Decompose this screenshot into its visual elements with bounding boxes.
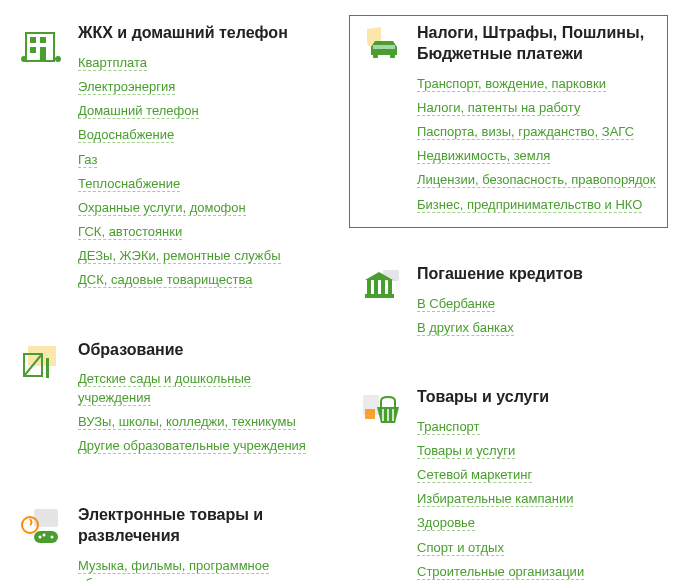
svg-rect-1 (30, 37, 36, 43)
link-passports[interactable]: Паспорта, визы, гражданство, ЗАГС (417, 124, 634, 140)
link-gas[interactable]: Газ (78, 152, 97, 168)
svg-rect-2 (40, 37, 46, 43)
right-column: Налоги, Штрафы, Пошлины, Бюджетные плате… (349, 15, 668, 581)
link-elections[interactable]: Избирательные кампании (417, 491, 573, 507)
link-kvartplata[interactable]: Квартплата (78, 55, 147, 71)
svg-rect-15 (373, 53, 378, 58)
bank-icon (357, 264, 405, 312)
category-links: В Сбербанке В других банках (417, 295, 660, 337)
link-security[interactable]: Охранные услуги, домофон (78, 200, 246, 216)
category-title: Образование (78, 340, 321, 361)
category-title: Товары и услуги (417, 387, 660, 408)
link-music-films[interactable]: Музыка, фильмы, программное обеспечение (78, 558, 269, 581)
svg-rect-3 (30, 47, 36, 53)
entertainment-icon (18, 505, 66, 553)
category-title: Электронные товары и развлечения (78, 505, 321, 547)
category-body: Товары и услуги Транспорт Товары и услуг… (417, 387, 660, 581)
link-heating[interactable]: Теплоснабжение (78, 176, 180, 192)
svg-rect-17 (373, 45, 395, 49)
link-taxes-patents[interactable]: Налоги, патенты на работу (417, 100, 580, 116)
category-body: ЖКХ и домашний телефон Квартплата Электр… (78, 23, 321, 296)
svg-rect-19 (367, 280, 371, 294)
category-credits: Погашение кредитов В Сбербанке В других … (349, 256, 668, 351)
category-title: Налоги, Штрафы, Пошлины, Бюджетные плате… (417, 23, 660, 65)
left-column: ЖКХ и домашний телефон Квартплата Электр… (10, 15, 329, 581)
link-dez[interactable]: ДЕЗы, ЖЭКи, ремонтные службы (78, 248, 281, 264)
link-other-banks[interactable]: В других банках (417, 320, 514, 336)
category-goods: Товары и услуги Транспорт Товары и услуг… (349, 379, 668, 581)
link-realestate[interactable]: Недвижимость, земля (417, 148, 550, 164)
basket-icon (357, 387, 405, 435)
category-body: Образование Детские сады и дошкольные уч… (78, 340, 321, 462)
category-links: Транспорт Товары и услуги Сетевой маркет… (417, 418, 660, 581)
car-shield-icon (357, 23, 405, 71)
education-icon (18, 340, 66, 388)
category-links: Транспорт, вождение, парковки Налоги, па… (417, 75, 660, 214)
link-goods-services[interactable]: Товары и услуги (417, 443, 515, 459)
category-links: Музыка, фильмы, программное обеспечение … (78, 557, 321, 581)
svg-rect-22 (388, 280, 392, 294)
category-body: Налоги, Штрафы, Пошлины, Бюджетные плате… (417, 23, 660, 220)
svg-rect-25 (365, 409, 375, 419)
category-links: Детские сады и дошкольные учреждения ВУЗ… (78, 370, 321, 455)
category-entertainment: Электронные товары и развлечения Музыка,… (10, 497, 329, 581)
category-body: Электронные товары и развлечения Музыка,… (78, 505, 321, 581)
link-sport[interactable]: Спорт и отдых (417, 540, 504, 556)
svg-rect-21 (381, 280, 385, 294)
link-goods-transport[interactable]: Транспорт (417, 419, 480, 435)
svg-rect-23 (365, 294, 394, 298)
svg-point-13 (43, 534, 46, 537)
svg-point-6 (55, 56, 61, 62)
category-title: Погашение кредитов (417, 264, 660, 285)
svg-rect-8 (46, 358, 49, 378)
link-home-phone[interactable]: Домашний телефон (78, 103, 199, 119)
svg-rect-4 (40, 47, 46, 61)
link-licenses[interactable]: Лицензии, безопасность, правопорядок (417, 172, 656, 188)
category-utilities: ЖКХ и домашний телефон Квартплата Электр… (10, 15, 329, 304)
link-health[interactable]: Здоровье (417, 515, 475, 531)
category-title: ЖКХ и домашний телефон (78, 23, 321, 44)
svg-rect-20 (374, 280, 378, 294)
link-transport[interactable]: Транспорт, вождение, парковки (417, 76, 606, 92)
svg-rect-16 (390, 53, 395, 58)
link-sberbank[interactable]: В Сбербанке (417, 296, 495, 312)
link-schools[interactable]: ВУЗы, школы, колледжи, техникумы (78, 414, 296, 430)
link-business[interactable]: Бизнес, предпринимательство и НКО (417, 197, 642, 213)
svg-rect-11 (34, 531, 58, 543)
category-education: Образование Детские сады и дошкольные уч… (10, 332, 329, 470)
link-dsk[interactable]: ДСК, садовые товарищества (78, 272, 252, 288)
link-other-edu[interactable]: Другие образовательные учреждения (78, 438, 306, 454)
category-taxes: Налоги, Штрафы, Пошлины, Бюджетные плате… (349, 15, 668, 228)
category-links: Квартплата Электроэнергия Домашний телеф… (78, 54, 321, 290)
svg-point-14 (51, 536, 54, 539)
link-garages[interactable]: ГСК, автостоянки (78, 224, 182, 240)
link-kindergarten[interactable]: Детские сады и дошкольные учреждения (78, 371, 251, 405)
link-construction[interactable]: Строительные организации (417, 564, 584, 580)
link-network-marketing[interactable]: Сетевой маркетинг (417, 467, 532, 483)
link-water[interactable]: Водоснабжение (78, 127, 174, 143)
svg-point-12 (39, 536, 42, 539)
house-icon (18, 23, 66, 71)
category-body: Погашение кредитов В Сбербанке В других … (417, 264, 660, 343)
svg-point-5 (21, 56, 27, 62)
link-electricity[interactable]: Электроэнергия (78, 79, 175, 95)
categories-grid: ЖКХ и домашний телефон Квартплата Электр… (10, 15, 668, 581)
